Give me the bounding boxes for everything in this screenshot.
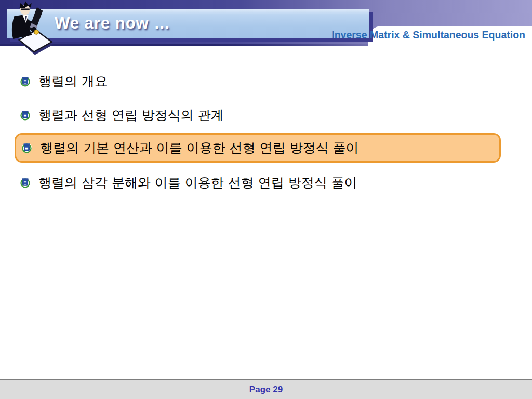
footer-bar: Page 29 bbox=[0, 379, 532, 399]
bullet-text: 행렬의 삼각 분해와 이를 이용한 선형 연립 방정식 풀이 bbox=[38, 174, 357, 191]
university-emblem-icon bbox=[20, 177, 31, 188]
university-emblem-icon bbox=[21, 142, 32, 153]
page-number: Page 29 bbox=[249, 384, 283, 395]
university-emblem-icon bbox=[20, 110, 31, 121]
list-item: 행렬과 선형 연립 방정식의 관계 bbox=[15, 100, 224, 130]
slide: We are now … Inverse Matrix & Simultaneo… bbox=[0, 0, 532, 399]
list-item: 행렬의 삼각 분해와 이를 이용한 선형 연립 방정식 풀이 bbox=[15, 168, 357, 197]
bullet-text: 행렬의 기본 연산과 이를 이용한 선형 연립 방정식 풀이 bbox=[40, 139, 359, 156]
list-item-highlighted: 행렬의 기본 연산과 이를 이용한 선형 연립 방정식 풀이 bbox=[15, 133, 501, 163]
bullet-text: 행렬의 개요 bbox=[38, 73, 108, 90]
page-title: We are now … bbox=[55, 14, 170, 32]
person-writing-clipart-icon bbox=[6, 1, 58, 56]
university-emblem-icon bbox=[20, 76, 31, 87]
bullet-text: 행렬과 선형 연립 방정식의 관계 bbox=[38, 107, 224, 124]
header-subtitle: Inverse Matrix & Simultaneous Equation bbox=[331, 29, 525, 41]
list-item: 행렬의 개요 bbox=[15, 66, 108, 96]
title-banner: We are now … bbox=[7, 9, 369, 38]
